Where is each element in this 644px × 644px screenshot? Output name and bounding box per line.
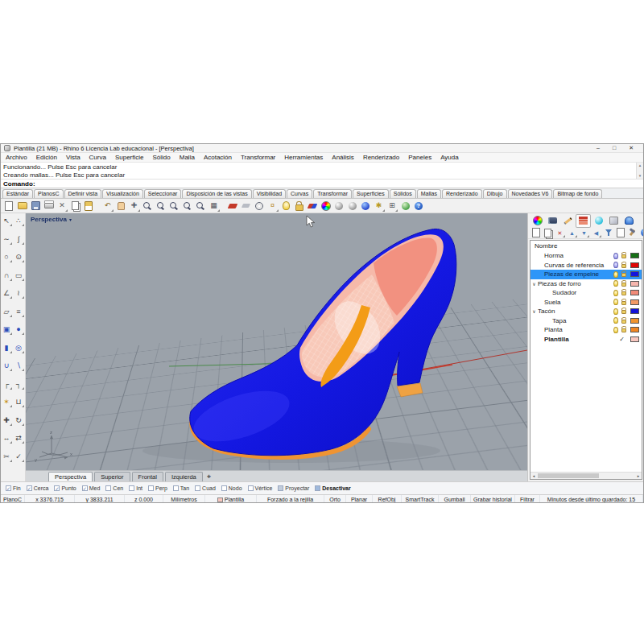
- open-file-icon[interactable]: [17, 200, 28, 212]
- fillet-icon[interactable]: ┌: [1, 379, 12, 390]
- control-points-icon[interactable]: ∴: [13, 216, 24, 226]
- layer-visibility-bulb-icon[interactable]: [613, 317, 618, 324]
- layer-lock-icon[interactable]: [621, 291, 626, 295]
- rectangle-icon[interactable]: ▭: [13, 270, 24, 281]
- delete-layer-icon[interactable]: ✕: [555, 228, 565, 237]
- viewport-tab-superior[interactable]: Superior: [94, 472, 130, 481]
- osnap-checkbox[interactable]: [248, 485, 254, 491]
- shaded-display-icon[interactable]: [307, 200, 318, 212]
- cplane-widget-icon[interactable]: ⊞: [386, 200, 398, 212]
- collapse-all-icon[interactable]: ◀: [591, 228, 601, 237]
- status-z[interactable]: z 0.000: [125, 495, 163, 503]
- tab-solidos[interactable]: Sólidos: [390, 189, 416, 198]
- layer-row-planta[interactable]: Planta: [530, 325, 642, 335]
- save-icon[interactable]: [30, 200, 41, 212]
- lightbulb-icon[interactable]: [280, 200, 291, 212]
- color-wheel-icon[interactable]: [320, 200, 332, 212]
- notifications-tab-icon[interactable]: [622, 215, 636, 227]
- status-filtrar[interactable]: Filtrar: [515, 495, 540, 503]
- polyline-icon[interactable]: ∠: [1, 288, 12, 299]
- menu-vista[interactable]: Vista: [66, 154, 80, 161]
- padlock-icon[interactable]: [294, 200, 305, 212]
- layers-tab-icon[interactable]: [576, 215, 590, 227]
- layer-row-suela[interactable]: Suela: [530, 298, 642, 308]
- zoom-icon[interactable]: [142, 200, 153, 212]
- status-x[interactable]: x 3376.715: [25, 495, 75, 503]
- layer-row-piezas-de-forro[interactable]: ∨Piezas de forro: [530, 279, 642, 289]
- osnap-punto[interactable]: ✓Punto: [54, 485, 76, 491]
- tab-bitmap-de-fondo[interactable]: Bitmap de fondo: [553, 189, 602, 198]
- zoom-window-icon[interactable]: [155, 200, 167, 212]
- layer-color-swatch[interactable]: [630, 299, 639, 305]
- pan-hand-icon[interactable]: [115, 200, 126, 212]
- expand-arrow-icon[interactable]: ∨: [530, 308, 538, 314]
- viewport-menu-caret-icon[interactable]: ▾: [69, 217, 72, 222]
- osnap-tan[interactable]: Tan: [173, 485, 189, 491]
- layer-lock-icon[interactable]: [621, 273, 626, 277]
- osnap-checkbox[interactable]: ✓: [82, 485, 88, 491]
- rotate-object-icon[interactable]: ↻: [13, 415, 24, 426]
- layer-color-swatch[interactable]: [630, 327, 639, 332]
- new-sublayer-icon[interactable]: [543, 228, 553, 237]
- new-viewport-tab-icon[interactable]: ✚: [204, 473, 213, 481]
- layers-hscrollbar[interactable]: ◂ ▸: [530, 472, 642, 479]
- status-grabar[interactable]: Grabar historial: [471, 495, 515, 503]
- tab-planosc[interactable]: PlanosC: [34, 189, 63, 198]
- layer-lock-icon[interactable]: [621, 301, 626, 305]
- command-history-scrollbar[interactable]: ▴ ▾: [636, 163, 643, 179]
- grid-settings-icon[interactable]: ▦: [208, 200, 220, 212]
- curve-edit-icon[interactable]: ∫: [13, 234, 24, 245]
- globe-icon[interactable]: [400, 200, 411, 212]
- check-icon[interactable]: ✓: [13, 452, 24, 462]
- freeform-icon[interactable]: ≀: [13, 288, 24, 299]
- explode-icon[interactable]: ✶: [1, 397, 12, 407]
- osnap-checkbox[interactable]: [195, 485, 200, 491]
- layer-lock-icon[interactable]: [621, 328, 626, 332]
- menu-edicion[interactable]: Edición: [36, 154, 57, 161]
- layer-color-swatch[interactable]: [630, 271, 639, 277]
- command-prompt[interactable]: Comando:: [1, 180, 643, 188]
- menu-ayuda[interactable]: Ayuda: [440, 154, 459, 161]
- display-tab-icon[interactable]: [546, 215, 559, 227]
- select-layer-objects-icon[interactable]: [615, 228, 625, 237]
- hide-objects-icon[interactable]: [227, 200, 238, 212]
- attachments-tab-icon[interactable]: [561, 215, 575, 227]
- new-file-icon[interactable]: [3, 200, 14, 212]
- osnap-checkbox[interactable]: [278, 485, 283, 491]
- layer-row-tacon[interactable]: ∨Tacón: [530, 307, 642, 316]
- menu-malla[interactable]: Malla: [180, 154, 195, 161]
- osnap-desactivar[interactable]: Desactivar: [315, 485, 350, 491]
- layer-lock-icon[interactable]: [621, 264, 626, 268]
- shaded-sphere-icon[interactable]: [333, 200, 345, 212]
- status-planoc[interactable]: PlanoC: [1, 495, 25, 503]
- ghosted-sphere-icon[interactable]: [347, 200, 358, 212]
- tab-visualizacion[interactable]: Visualización: [102, 189, 143, 198]
- tab-renderizado[interactable]: Renderizado: [442, 189, 482, 198]
- menu-archivo[interactable]: Archivo: [6, 154, 27, 161]
- layer-visibility-bulb-icon[interactable]: [613, 253, 618, 259]
- menu-herramientas[interactable]: Herramientas: [284, 154, 323, 161]
- perspective-viewport[interactable]: z x y Perspectiva ▾: [26, 213, 527, 470]
- menu-renderizado[interactable]: Renderizado: [363, 154, 399, 161]
- copy-icon[interactable]: [70, 200, 81, 212]
- osnap-vertice[interactable]: Vértice: [248, 485, 273, 491]
- status-forzado[interactable]: Forzado a la rejilla: [257, 495, 324, 503]
- curve-icon[interactable]: ∼: [1, 234, 12, 245]
- tab-seleccionar[interactable]: Seleccionar: [144, 189, 182, 198]
- help-icon[interactable]: [413, 200, 424, 212]
- layer-filter-icon[interactable]: [603, 228, 613, 237]
- layer-visibility-bulb-icon[interactable]: [613, 271, 618, 278]
- osnap-med[interactable]: ✓Med: [82, 485, 101, 491]
- move-icon[interactable]: ✚: [129, 200, 140, 212]
- status-gumball[interactable]: Gumball: [439, 495, 471, 503]
- zoom-selected-icon[interactable]: [182, 200, 193, 212]
- osnap-int[interactable]: Int: [129, 485, 142, 491]
- tab-dibujo[interactable]: Dibujo: [483, 189, 507, 198]
- tab-transformar[interactable]: Transformar: [313, 189, 352, 198]
- loft-icon[interactable]: ≡: [13, 307, 24, 317]
- tab-definir-vista[interactable]: Definir vista: [64, 189, 102, 198]
- layer-visibility-bulb-icon[interactable]: [613, 280, 618, 287]
- layer-color-swatch[interactable]: [630, 308, 639, 314]
- status-y[interactable]: y 3833.211: [75, 495, 125, 503]
- layer-color-swatch[interactable]: [630, 253, 639, 258]
